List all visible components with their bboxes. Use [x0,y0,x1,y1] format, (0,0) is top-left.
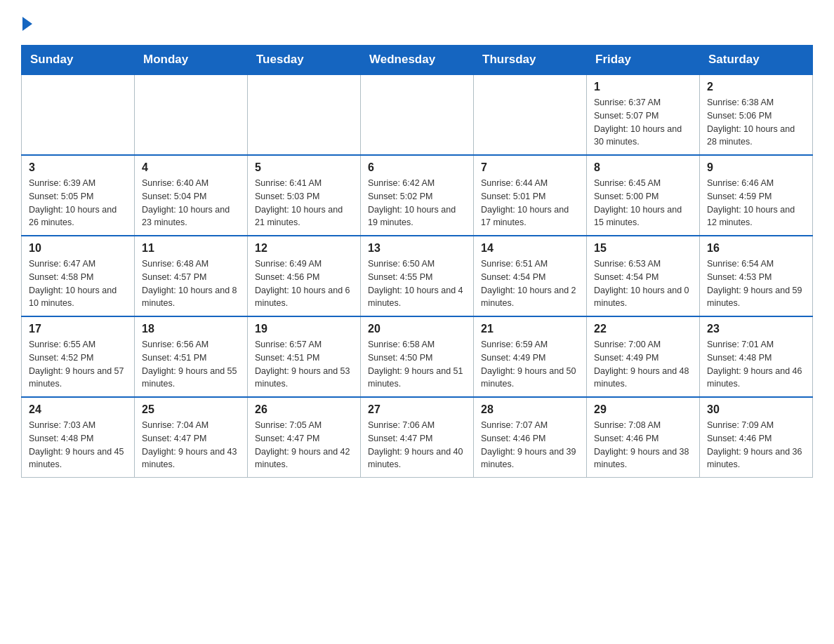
calendar-cell: 24Sunrise: 7:03 AM Sunset: 4:48 PM Dayli… [22,397,135,478]
day-number: 14 [481,242,579,255]
week-row-5: 24Sunrise: 7:03 AM Sunset: 4:48 PM Dayli… [22,397,813,478]
day-number: 24 [29,403,127,416]
day-info: Sunrise: 7:01 AM Sunset: 4:48 PM Dayligh… [707,338,805,391]
weekday-header-wednesday: Wednesday [361,46,474,75]
day-info: Sunrise: 6:49 AM Sunset: 4:56 PM Dayligh… [255,257,353,310]
day-number: 7 [481,161,579,174]
calendar-cell: 13Sunrise: 6:50 AM Sunset: 4:55 PM Dayli… [361,236,474,316]
calendar-cell: 26Sunrise: 7:05 AM Sunset: 4:47 PM Dayli… [248,397,361,478]
calendar-cell: 23Sunrise: 7:01 AM Sunset: 4:48 PM Dayli… [700,316,813,397]
week-row-2: 3Sunrise: 6:39 AM Sunset: 5:05 PM Daylig… [22,155,813,236]
day-info: Sunrise: 7:03 AM Sunset: 4:48 PM Dayligh… [29,419,127,471]
calendar-cell: 10Sunrise: 6:47 AM Sunset: 4:58 PM Dayli… [22,236,135,316]
calendar-cell: 25Sunrise: 7:04 AM Sunset: 4:47 PM Dayli… [135,397,248,478]
calendar-cell [248,74,361,155]
calendar-cell [361,74,474,155]
weekday-header-sunday: Sunday [22,46,135,75]
day-info: Sunrise: 6:47 AM Sunset: 4:58 PM Dayligh… [29,257,127,310]
day-info: Sunrise: 6:41 AM Sunset: 5:03 PM Dayligh… [255,177,353,229]
day-number: 21 [481,323,579,335]
day-number: 9 [707,161,805,174]
day-number: 25 [142,403,240,416]
calendar-cell: 28Sunrise: 7:07 AM Sunset: 4:46 PM Dayli… [474,397,587,478]
day-number: 8 [594,161,692,174]
calendar-cell: 1Sunrise: 6:37 AM Sunset: 5:07 PM Daylig… [587,74,700,155]
calendar-cell: 7Sunrise: 6:44 AM Sunset: 5:01 PM Daylig… [474,155,587,236]
calendar-cell: 30Sunrise: 7:09 AM Sunset: 4:46 PM Dayli… [700,397,813,478]
day-number: 2 [707,81,805,93]
week-row-4: 17Sunrise: 6:55 AM Sunset: 4:52 PM Dayli… [22,316,813,397]
day-info: Sunrise: 6:55 AM Sunset: 4:52 PM Dayligh… [29,338,127,391]
day-number: 20 [368,323,466,335]
calendar-cell: 29Sunrise: 7:08 AM Sunset: 4:46 PM Dayli… [587,397,700,478]
day-number: 10 [29,242,127,255]
day-number: 1 [594,81,692,93]
calendar-cell: 20Sunrise: 6:58 AM Sunset: 4:50 PM Dayli… [361,316,474,397]
day-info: Sunrise: 6:48 AM Sunset: 4:57 PM Dayligh… [142,257,240,310]
day-number: 18 [142,323,240,335]
day-info: Sunrise: 6:46 AM Sunset: 4:59 PM Dayligh… [707,177,805,229]
calendar-cell: 17Sunrise: 6:55 AM Sunset: 4:52 PM Dayli… [22,316,135,397]
calendar-cell: 12Sunrise: 6:49 AM Sunset: 4:56 PM Dayli… [248,236,361,316]
day-info: Sunrise: 6:38 AM Sunset: 5:06 PM Dayligh… [707,96,805,149]
calendar-cell [135,74,248,155]
day-number: 11 [142,242,240,255]
day-info: Sunrise: 6:45 AM Sunset: 5:00 PM Dayligh… [594,177,692,229]
weekday-header-friday: Friday [587,46,700,75]
calendar-cell: 19Sunrise: 6:57 AM Sunset: 4:51 PM Dayli… [248,316,361,397]
day-number: 12 [255,242,353,255]
day-info: Sunrise: 6:40 AM Sunset: 5:04 PM Dayligh… [142,177,240,229]
logo-blue-section [21,14,32,31]
day-info: Sunrise: 7:00 AM Sunset: 4:49 PM Dayligh… [594,338,692,391]
day-info: Sunrise: 6:37 AM Sunset: 5:07 PM Dayligh… [594,96,692,149]
calendar-cell [474,74,587,155]
calendar-cell: 4Sunrise: 6:40 AM Sunset: 5:04 PM Daylig… [135,155,248,236]
logo [21,14,32,31]
day-info: Sunrise: 6:57 AM Sunset: 4:51 PM Dayligh… [255,338,353,391]
calendar-cell: 16Sunrise: 6:54 AM Sunset: 4:53 PM Dayli… [700,236,813,316]
day-number: 22 [594,323,692,335]
day-number: 26 [255,403,353,416]
calendar-cell: 5Sunrise: 6:41 AM Sunset: 5:03 PM Daylig… [248,155,361,236]
day-number: 23 [707,323,805,335]
calendar-cell: 15Sunrise: 6:53 AM Sunset: 4:54 PM Dayli… [587,236,700,316]
day-info: Sunrise: 7:06 AM Sunset: 4:47 PM Dayligh… [368,419,466,471]
day-info: Sunrise: 7:08 AM Sunset: 4:46 PM Dayligh… [594,419,692,471]
calendar-cell [22,74,135,155]
day-number: 16 [707,242,805,255]
day-number: 27 [368,403,466,416]
calendar-cell: 9Sunrise: 6:46 AM Sunset: 4:59 PM Daylig… [700,155,813,236]
calendar-cell: 27Sunrise: 7:06 AM Sunset: 4:47 PM Dayli… [361,397,474,478]
calendar-cell: 8Sunrise: 6:45 AM Sunset: 5:00 PM Daylig… [587,155,700,236]
day-info: Sunrise: 6:50 AM Sunset: 4:55 PM Dayligh… [368,257,466,310]
weekday-header-monday: Monday [135,46,248,75]
day-info: Sunrise: 6:39 AM Sunset: 5:05 PM Dayligh… [29,177,127,229]
day-number: 3 [29,161,127,174]
day-info: Sunrise: 6:51 AM Sunset: 4:54 PM Dayligh… [481,257,579,310]
day-number: 4 [142,161,240,174]
calendar-cell: 18Sunrise: 6:56 AM Sunset: 4:51 PM Dayli… [135,316,248,397]
page-header [0,0,834,38]
day-number: 15 [594,242,692,255]
logo-arrow-icon [22,17,32,31]
day-info: Sunrise: 6:42 AM Sunset: 5:02 PM Dayligh… [368,177,466,229]
calendar-cell: 22Sunrise: 7:00 AM Sunset: 4:49 PM Dayli… [587,316,700,397]
day-info: Sunrise: 6:59 AM Sunset: 4:49 PM Dayligh… [481,338,579,391]
calendar-cell: 21Sunrise: 6:59 AM Sunset: 4:49 PM Dayli… [474,316,587,397]
week-row-3: 10Sunrise: 6:47 AM Sunset: 4:58 PM Dayli… [22,236,813,316]
day-number: 28 [481,403,579,416]
weekday-header-tuesday: Tuesday [248,46,361,75]
day-number: 13 [368,242,466,255]
day-number: 29 [594,403,692,416]
weekday-header-saturday: Saturday [700,46,813,75]
weekday-header-row: SundayMondayTuesdayWednesdayThursdayFrid… [22,46,813,75]
day-info: Sunrise: 6:58 AM Sunset: 4:50 PM Dayligh… [368,338,466,391]
day-info: Sunrise: 6:54 AM Sunset: 4:53 PM Dayligh… [707,257,805,310]
weekday-header-thursday: Thursday [474,46,587,75]
day-number: 17 [29,323,127,335]
day-info: Sunrise: 7:04 AM Sunset: 4:47 PM Dayligh… [142,419,240,471]
day-number: 30 [707,403,805,416]
day-info: Sunrise: 7:07 AM Sunset: 4:46 PM Dayligh… [481,419,579,471]
calendar-table: SundayMondayTuesdayWednesdayThursdayFrid… [21,45,813,478]
day-info: Sunrise: 6:44 AM Sunset: 5:01 PM Dayligh… [481,177,579,229]
